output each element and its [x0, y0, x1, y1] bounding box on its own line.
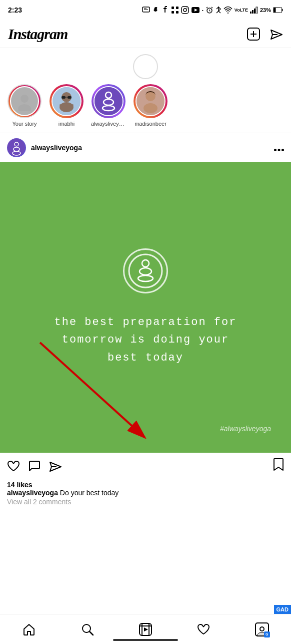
story-label-imabhi: imabhi [58, 121, 74, 127]
madison-avatar-wrapper [134, 84, 168, 118]
post-brand-logo [123, 248, 168, 293]
story-label-madison: madisonbeer [134, 121, 166, 127]
svg-point-23 [20, 95, 28, 103]
nav-activity-button[interactable] [191, 617, 216, 642]
post-hashtag: #alwaysliveyoga [220, 425, 271, 433]
search-icon [81, 623, 94, 636]
home-icon [22, 623, 36, 636]
svg-rect-2 [176, 7, 178, 9]
red-arrow-overlay [0, 162, 291, 453]
imabhi-avatar-wrapper [50, 84, 84, 118]
share-button[interactable] [49, 460, 62, 472]
svg-rect-55 [142, 623, 142, 635]
svg-point-6 [184, 9, 186, 12]
story-item-your-story[interactable]: Your story [7, 84, 42, 127]
svg-rect-14 [254, 9, 256, 14]
story-item-madisonbeer[interactable]: madisonbeer [133, 84, 168, 127]
apps-icon [171, 6, 179, 14]
post-quote-text: the best preparation for tomorrow is doi… [40, 313, 252, 367]
svg-point-46 [142, 260, 149, 267]
yoga-post-logo-icon [128, 253, 163, 288]
nav-search-button[interactable] [75, 617, 100, 642]
imabhi-silhouette-icon [52, 87, 80, 115]
post-menu-button[interactable] [274, 142, 284, 154]
bluetooth-icon [216, 6, 222, 14]
svg-rect-1 [172, 7, 174, 9]
caption-text: Do your best today [60, 489, 119, 497]
share-icon [49, 460, 62, 472]
gad-watermark: GAD [274, 605, 291, 614]
svg-line-53 [90, 631, 93, 635]
svg-marker-58 [144, 627, 148, 631]
instagram-status-icon [181, 6, 189, 14]
caption-username[interactable]: alwaysliveyoga [7, 489, 58, 497]
svg-point-37 [144, 103, 158, 113]
reels-icon [138, 622, 152, 636]
svg-rect-12 [250, 12, 252, 14]
comment-button[interactable] [28, 460, 41, 473]
nav-reels-button[interactable] [133, 617, 158, 642]
bookmark-icon [273, 458, 284, 472]
comment-icon [28, 460, 41, 473]
battery-text: 23% [260, 7, 271, 13]
add-post-button[interactable] [247, 28, 260, 41]
alarm-icon [206, 6, 214, 14]
yoga-avatar [94, 86, 124, 116]
wifi-icon [224, 7, 232, 14]
likes-count: 14 likes [7, 481, 284, 489]
svg-rect-4 [176, 11, 178, 14]
post-info-section: 14 likes alwaysliveyoga Do your best tod… [0, 480, 291, 510]
svg-rect-38 [8, 139, 25, 156]
post-user-info[interactable]: alwaysliveyoga [7, 138, 82, 157]
like-button[interactable] [7, 460, 20, 472]
svg-point-42 [274, 149, 276, 151]
your-story-avatar [10, 86, 39, 116]
facebook-icon [162, 6, 169, 14]
nav-profile-button[interactable]: G [250, 617, 274, 642]
svg-rect-57 [140, 625, 152, 626]
dot-indicator: • [202, 8, 204, 13]
svg-point-44 [282, 149, 284, 151]
snapchat-icon [152, 6, 160, 14]
bookmark-button[interactable] [273, 458, 284, 475]
nav-action-buttons [247, 28, 283, 41]
status-bar: 2:23 • VoLTE 23% [0, 0, 291, 20]
dm-button[interactable] [270, 28, 283, 40]
status-icons: • VoLTE 23% [142, 6, 283, 14]
svg-point-24 [18, 104, 31, 111]
post-quote-line1: the best preparation for [54, 316, 237, 329]
signal-icon [250, 7, 258, 14]
battery-icon [273, 7, 283, 13]
story-item-imabhi[interactable]: imabhi [49, 84, 84, 127]
nav-home-button[interactable] [16, 617, 42, 642]
svg-rect-17 [282, 9, 283, 12]
heart-nav-icon [197, 623, 210, 635]
svg-rect-28 [68, 96, 72, 99]
svg-point-60 [260, 627, 264, 631]
stories-loading-indicator [133, 54, 158, 79]
post-quote-line3: best today [108, 352, 184, 364]
madison-silhouette-icon [136, 87, 164, 115]
status-time: 2:23 [8, 6, 22, 14]
svg-point-48 [138, 275, 153, 281]
svg-rect-18 [274, 8, 276, 13]
story-item-alwaysliveyoga[interactable]: alwaysliveyoga [91, 84, 126, 127]
post-header: alwaysliveyoga [0, 133, 291, 162]
story-label-your-story: Your story [12, 121, 36, 127]
svg-rect-5 [182, 7, 188, 14]
three-dots-icon [274, 149, 284, 151]
svg-point-11 [228, 13, 228, 14]
yoga-avatar-wrapper [92, 84, 126, 118]
view-comments-link[interactable]: View all 2 comments [7, 498, 284, 506]
svg-rect-56 [148, 623, 150, 635]
heart-icon [7, 460, 20, 472]
post-actions-left [7, 460, 62, 473]
svg-rect-3 [172, 11, 174, 14]
volte-indicator: VoLTE [234, 8, 248, 13]
madison-avatar [136, 86, 166, 116]
post-username: alwaysliveyoga [31, 144, 82, 152]
post-caption: alwaysliveyoga Do your best today [7, 489, 284, 497]
instagram-logo: Instagram [8, 26, 68, 43]
svg-rect-13 [252, 10, 254, 14]
svg-point-43 [278, 149, 280, 151]
